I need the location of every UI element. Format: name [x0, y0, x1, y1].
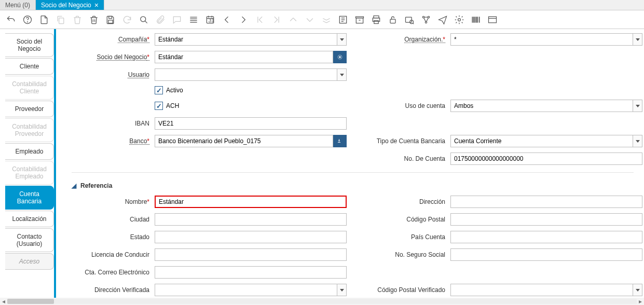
sidebar-item-7[interactable]: Cuenta Bancaria	[5, 186, 54, 210]
prev-icon[interactable]	[221, 14, 232, 25]
scroll-thumb[interactable]	[7, 299, 54, 304]
iban-input[interactable]	[155, 117, 347, 130]
next-icon[interactable]	[238, 14, 249, 25]
chevron-down-icon[interactable]	[337, 284, 346, 296]
list-icon[interactable]	[188, 14, 199, 25]
copy-icon[interactable]	[55, 14, 66, 25]
usuario-input[interactable]	[155, 69, 337, 80]
close-icon[interactable]: ×	[94, 2, 99, 9]
chevron-down-icon[interactable]	[633, 100, 642, 112]
refresh-icon[interactable]	[121, 14, 133, 25]
chevron-down-icon[interactable]	[337, 34, 346, 45]
lock-icon[interactable]	[387, 14, 399, 25]
svg-rect-13	[390, 19, 395, 23]
save-icon[interactable]	[105, 14, 116, 25]
svg-point-19	[458, 18, 461, 21]
attach-icon[interactable]	[155, 14, 166, 25]
svg-point-5	[141, 16, 146, 21]
scroll-right-icon[interactable]: ▸	[637, 298, 644, 305]
no-cuenta-input[interactable]	[450, 152, 642, 165]
nombre-input[interactable]	[155, 196, 347, 208]
send-icon[interactable]	[437, 14, 448, 25]
last-icon[interactable]	[271, 14, 282, 25]
horizontal-scrollbar[interactable]: ◂ ▸	[0, 298, 644, 305]
undo-icon[interactable]	[5, 14, 17, 25]
compania-input[interactable]	[155, 34, 337, 45]
delete-icon[interactable]	[72, 14, 83, 25]
cp-verif-combo[interactable]	[450, 284, 642, 296]
tipo-cuenta-combo[interactable]	[450, 135, 642, 147]
chat-icon[interactable]	[171, 14, 183, 25]
chevron-down-icon[interactable]	[337, 69, 346, 80]
uso-cuenta-input[interactable]	[451, 100, 633, 112]
tipo-cuenta-input[interactable]	[451, 135, 633, 147]
gear-icon[interactable]	[454, 14, 465, 25]
pais-input[interactable]	[450, 231, 642, 243]
sidebar-item-3[interactable]: Proveedor	[5, 101, 54, 117]
new-icon[interactable]	[38, 14, 50, 25]
tab-menu[interactable]: Menú (0)	[0, 0, 36, 10]
svg-point-16	[422, 16, 424, 18]
up-icon[interactable]	[287, 14, 299, 25]
dir-verif-input[interactable]	[155, 284, 337, 296]
licencia-input[interactable]	[155, 248, 347, 261]
nss-input[interactable]	[450, 248, 642, 261]
chevron-down-icon[interactable]	[633, 284, 642, 296]
socio-lookup-button[interactable]	[333, 51, 347, 63]
collapse-icon[interactable]	[321, 14, 332, 25]
banco-lookup-button[interactable]	[333, 135, 347, 147]
label-ciudad: Ciudad	[72, 216, 149, 223]
workflow-icon[interactable]	[420, 14, 432, 25]
dir-verif-combo[interactable]	[155, 284, 347, 296]
direccion-input[interactable]	[450, 196, 642, 208]
tab-socio[interactable]: Socio del Negocio ×	[36, 0, 104, 10]
sidebar-item-4[interactable]: Contabilidad Proveedor	[5, 118, 54, 142]
tab-socio-label: Socio del Negocio	[41, 2, 91, 9]
correo-input[interactable]	[155, 266, 347, 279]
cp-input[interactable]	[450, 213, 642, 226]
down-icon[interactable]	[304, 14, 316, 25]
organizacion-input[interactable]	[451, 34, 633, 45]
scroll-left-icon[interactable]: ◂	[0, 298, 7, 305]
window-icon[interactable]	[487, 14, 498, 25]
estado-input[interactable]	[155, 231, 347, 243]
barcode-icon[interactable]	[470, 14, 482, 25]
compania-combo[interactable]	[155, 33, 347, 46]
sidebar-item-9[interactable]: Contacto (Usuario)	[5, 228, 54, 252]
socio-input[interactable]	[155, 51, 333, 63]
cp-verif-input[interactable]	[451, 284, 633, 296]
organizacion-combo[interactable]	[450, 33, 642, 46]
delete2-icon[interactable]	[88, 14, 100, 25]
sidebar-item-6[interactable]: Contabilidad Empleado	[5, 161, 54, 185]
help-icon[interactable]	[22, 14, 33, 25]
print-icon[interactable]	[371, 14, 382, 25]
archive-icon[interactable]	[354, 14, 365, 25]
chevron-down-icon[interactable]	[633, 34, 642, 45]
report-icon[interactable]	[337, 14, 349, 25]
label-pais: País Cuenta	[352, 233, 445, 241]
svg-rect-3	[109, 16, 112, 18]
sidebar-item-5[interactable]: Empleado	[5, 143, 54, 160]
label-direccion: Dirección	[352, 198, 445, 205]
checkbox-icon	[155, 86, 163, 94]
sidebar-item-8[interactable]: Localización	[5, 211, 54, 227]
sidebar-item-0[interactable]: Socio del Negocio	[5, 33, 54, 57]
banco-field	[155, 135, 347, 147]
activo-checkbox[interactable]: Activo	[155, 86, 347, 94]
calendar-icon[interactable]: 31	[204, 14, 216, 25]
ciudad-input[interactable]	[155, 213, 347, 226]
search-icon[interactable]	[138, 14, 149, 25]
sidebar-item-1[interactable]: Cliente	[5, 58, 54, 75]
sidebar-item-2[interactable]: Contabilidad Cliente	[5, 76, 54, 100]
scroll-track[interactable]	[7, 299, 637, 304]
section-referencia[interactable]: ◢Referencia	[72, 182, 634, 189]
first-icon[interactable]	[254, 14, 266, 25]
ach-checkbox[interactable]: ACH	[155, 102, 347, 110]
uso-cuenta-combo[interactable]	[450, 100, 642, 112]
svg-rect-4	[108, 20, 113, 23]
chevron-down-icon[interactable]	[633, 135, 642, 147]
zoom-icon[interactable]	[404, 14, 415, 25]
sidebar-item-10[interactable]: Acceso	[5, 253, 54, 270]
banco-input[interactable]	[155, 135, 333, 147]
usuario-combo[interactable]	[155, 68, 347, 81]
